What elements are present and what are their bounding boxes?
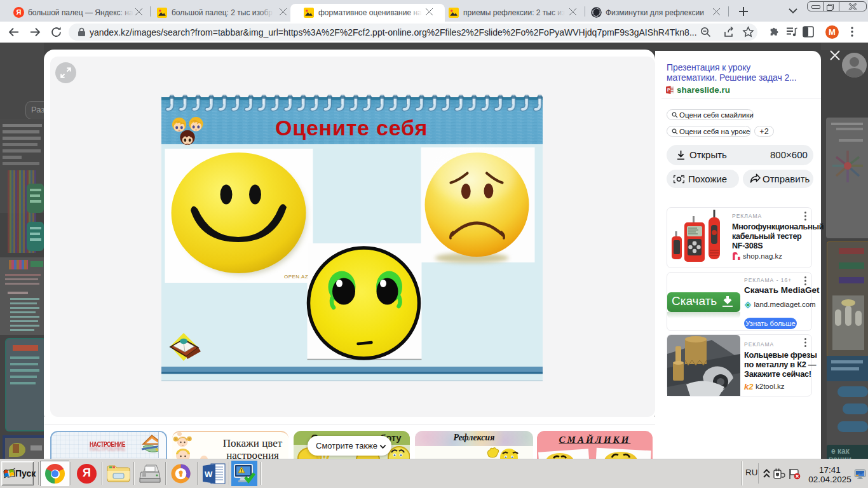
svg-text:W: W xyxy=(205,470,213,479)
svg-text:P: P xyxy=(667,88,670,92)
svg-text:OPEN.AZ: OPEN.AZ xyxy=(284,274,308,280)
svg-text:Оцените себя: Оцените себя xyxy=(275,116,427,140)
